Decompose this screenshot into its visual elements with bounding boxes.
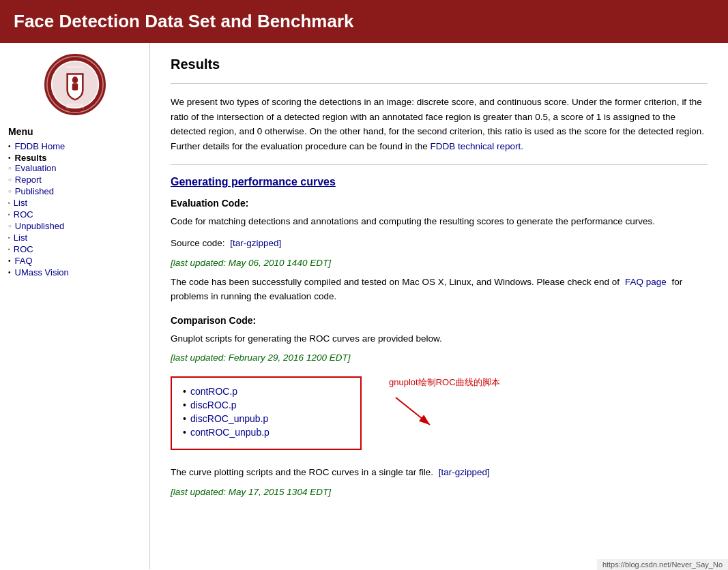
- sidebar-item-unpublished: ○ Unpublished: [8, 221, 141, 231]
- evaluation-link[interactable]: Evaluation: [15, 163, 57, 173]
- script-item-controc-unpub[interactable]: contROC_unpub.p: [183, 427, 349, 438]
- scripts-list: contROC.p discROC.p discROC_unpub.p cont…: [183, 386, 349, 438]
- faq-link[interactable]: FAQ: [15, 256, 33, 266]
- bullet-icon: •: [8, 154, 11, 162]
- university-logo: UNIVERSITY OF AMHERST 1863 MASSACHUSETTS: [8, 54, 141, 115]
- red-arrow-icon: [389, 394, 443, 428]
- eval-code-heading: Evaluation Code:: [171, 198, 708, 209]
- page-title: Face Detection Data Set and Benchmark: [14, 11, 714, 32]
- curve-updated: [last updated: May 17, 2015 1304 EDT]: [171, 487, 708, 497]
- perf-curves-link[interactable]: Generating performance curves: [171, 176, 336, 188]
- sidebar-item-published-list[interactable]: ▪ List: [8, 198, 141, 208]
- faq-page-link[interactable]: FAQ page: [625, 277, 667, 287]
- results-submenu: ○ Evaluation ○ Report ○ Published ▪: [8, 163, 141, 254]
- source-code-line: Source code: [tar-gzipped]: [171, 236, 708, 251]
- red-arrow-container: [389, 394, 500, 430]
- script-item-controc[interactable]: contROC.p: [183, 386, 349, 397]
- sidebar-item-fddb-home[interactable]: • FDDB Home: [8, 141, 141, 151]
- sidebar-item-report[interactable]: ○ Report: [8, 175, 141, 185]
- bullet-icon: •: [8, 257, 11, 265]
- curve-tar-link[interactable]: [tar-gzipped]: [439, 467, 490, 477]
- unpublished-list-link[interactable]: List: [14, 232, 27, 243]
- curve-plotting-text: The curve plotting scripts and the ROC c…: [171, 467, 433, 477]
- sidebar-item-unpublished-roc[interactable]: ▪ ROC: [8, 244, 141, 254]
- divider: [171, 83, 708, 84]
- eval-code-desc: Code for matching detections and annotat…: [171, 214, 708, 229]
- sidebar-item-results: • Results ○ Evaluation ○ Report ○ Publis…: [8, 153, 141, 254]
- annotation-label: gnuplot绘制ROC曲线的脚本: [389, 377, 500, 387]
- scripts-box: contROC.p discROC.p discROC_unpub.p cont…: [171, 376, 362, 450]
- unpublished-submenu: ▪ List ▪ ROC: [8, 232, 141, 254]
- umass-seal: UNIVERSITY OF AMHERST 1863 MASSACHUSETTS: [44, 54, 106, 115]
- curve-plotting-paragraph: The curve plotting scripts and the ROC c…: [171, 465, 708, 480]
- svg-line-9: [396, 397, 430, 425]
- intro-paragraph: We present two types of scoring the dete…: [171, 95, 708, 153]
- comp-code-heading: Comparison Code:: [171, 315, 708, 326]
- annotation-container: gnuplot绘制ROC曲线的脚本: [389, 376, 500, 430]
- comp-updated: [last updated: February 29, 2016 1200 ED…: [171, 352, 708, 363]
- published-link[interactable]: Published: [15, 186, 54, 196]
- square-icon: ▪: [8, 235, 10, 241]
- sidebar-item-unpublished-list[interactable]: ▪ List: [8, 232, 141, 243]
- sidebar-nav: • FDDB Home • Results ○ Evaluation ○ Re: [8, 141, 141, 278]
- source-updated: [last updated: May 06, 2010 1440 EDT]: [171, 258, 708, 268]
- published-list-link[interactable]: List: [14, 198, 27, 208]
- source-code-label: Source code:: [171, 238, 225, 248]
- results-heading: Results: [171, 57, 708, 72]
- bullet-icon: •: [8, 269, 11, 276]
- circle-icon: ○: [8, 177, 12, 183]
- circle-icon: ○: [8, 223, 12, 229]
- square-icon: ▪: [8, 246, 10, 252]
- discroc-link[interactable]: discROC.p: [190, 400, 237, 410]
- sidebar-item-umass[interactable]: • UMass Vision: [8, 267, 141, 278]
- page-header: Face Detection Data Set and Benchmark: [0, 0, 728, 43]
- circle-icon: ○: [8, 165, 12, 171]
- controc-link[interactable]: contROC.p: [190, 386, 237, 397]
- divider2: [171, 164, 708, 165]
- discroc-unpub-link[interactable]: discROC_unpub.p: [190, 413, 268, 424]
- controc-unpub-link[interactable]: contROC_unpub.p: [190, 427, 270, 438]
- svg-text:MASSACHUSETTS: MASSACHUSETTS: [66, 106, 84, 109]
- bullet-icon: •: [8, 142, 11, 150]
- sidebar: UNIVERSITY OF AMHERST 1863 MASSACHUSETTS…: [0, 43, 150, 569]
- perf-curves-heading[interactable]: Generating performance curves: [171, 176, 708, 188]
- scripts-annotation-area: contROC.p discROC.p discROC_unpub.p cont…: [171, 370, 708, 457]
- sidebar-item-evaluation[interactable]: ○ Evaluation: [8, 163, 141, 173]
- results-label: Results: [15, 153, 47, 163]
- script-item-discroc-unpub[interactable]: discROC_unpub.p: [183, 413, 349, 424]
- eval-note-paragraph: The code has been successfully compiled …: [171, 275, 708, 304]
- comp-code-desc: Gnuplot scripts for generating the ROC c…: [171, 331, 708, 346]
- source-code-link[interactable]: [tar-gzipped]: [230, 238, 281, 248]
- unpublished-roc-link[interactable]: ROC: [14, 244, 33, 254]
- square-icon: ▪: [8, 200, 10, 206]
- status-bar: https://blog.csdn.net/Never_Say_No: [597, 559, 728, 569]
- fddb-report-link[interactable]: FDDB technical report: [431, 141, 521, 151]
- sidebar-item-published: ○ Published: [8, 186, 141, 196]
- square-icon: ▪: [8, 211, 10, 217]
- published-roc-link[interactable]: ROC: [14, 209, 33, 220]
- fddb-home-link[interactable]: FDDB Home: [15, 141, 65, 151]
- menu-label: Menu: [8, 126, 141, 137]
- main-content: Results We present two types of scoring …: [150, 43, 728, 569]
- published-submenu: ▪ List ▪ ROC: [8, 198, 141, 220]
- eval-note-text: The code has been successfully compiled …: [171, 277, 620, 287]
- circle-icon: ○: [8, 188, 12, 194]
- svg-rect-4: [72, 83, 77, 90]
- unpublished-link[interactable]: Unpublished: [15, 221, 64, 231]
- script-item-discroc[interactable]: discROC.p: [183, 400, 349, 410]
- report-link[interactable]: Report: [15, 175, 42, 185]
- sidebar-item-faq[interactable]: • FAQ: [8, 256, 141, 266]
- svg-text:UNIVERSITY OF: UNIVERSITY OF: [66, 66, 84, 69]
- svg-point-3: [72, 76, 77, 83]
- umass-link[interactable]: UMass Vision: [15, 267, 69, 278]
- sidebar-item-published-roc[interactable]: ▪ ROC: [8, 209, 141, 220]
